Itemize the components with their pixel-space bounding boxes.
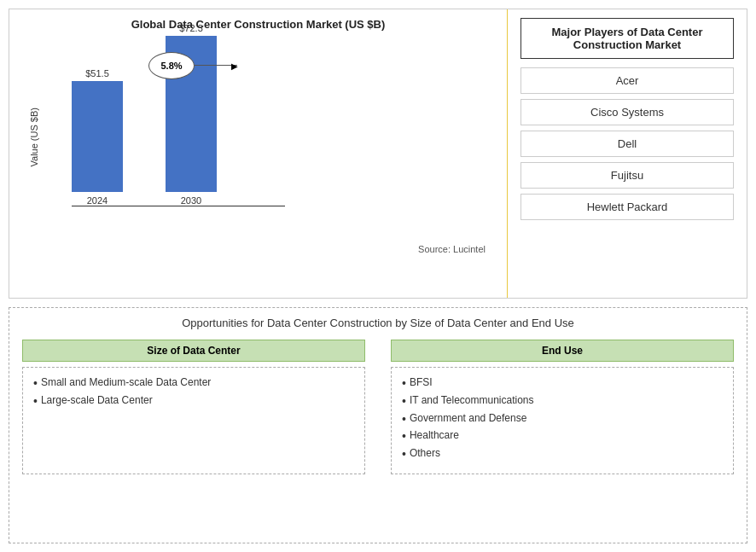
enduse-item-3: • Government and Defense [402, 412, 723, 427]
bar-2030-value: $72.3 [179, 23, 203, 33]
enduse-item-1: • BFSI [402, 376, 723, 391]
bullet-icon: • [402, 447, 406, 462]
players-title: Major Players of Data Center Constructio… [520, 18, 734, 59]
bottom-title: Opportunities for Data Center Constructi… [22, 317, 734, 329]
bar-2024: $51.5 2024 [72, 68, 123, 206]
bullet-icon: • [33, 376, 38, 391]
bar-2024-label: 2024 [87, 195, 108, 206]
player-cisco: Cisco Systems [520, 99, 734, 125]
chart-title: Global Data Center Construction Market (… [22, 18, 494, 31]
bottom-content: Size of Data Center • Small and Medium-s… [22, 340, 734, 474]
player-acer: Acer [520, 67, 734, 94]
y-axis-label: Value (US $B) [29, 107, 39, 167]
size-item-1: • Small and Medium-scale Data Center [33, 376, 354, 391]
player-dell: Dell [520, 131, 734, 157]
cagr-label: 5.8% [160, 61, 182, 71]
enduse-header: End Use [391, 340, 734, 362]
players-panel: Major Players of Data Center Constructio… [508, 9, 747, 298]
size-list-box: • Small and Medium-scale Data Center • L… [22, 367, 365, 474]
enduse-list-box: • BFSI • IT and Telecommunications • Gov… [391, 367, 734, 474]
bottom-section: Opportunities for Data Center Constructi… [9, 307, 747, 543]
enduse-item-2: • IT and Telecommunications [402, 394, 723, 409]
bullet-icon: • [402, 376, 406, 391]
bullet-icon: • [33, 394, 38, 409]
chart-panel: Global Data Center Construction Market (… [9, 9, 508, 298]
enduse-segment: End Use • BFSI • IT and Telecommunicatio… [391, 340, 734, 474]
x-axis-line [72, 206, 285, 206]
bar-2024-rect [72, 81, 123, 192]
bar-2030: $72.3 2030 [166, 23, 217, 206]
enduse-item-5: • Others [402, 447, 723, 462]
bullet-icon: • [402, 412, 406, 427]
cagr-arrow-line: ▶ [195, 65, 237, 66]
player-fujitsu: Fujitsu [520, 162, 734, 189]
size-item-2: • Large-scale Data Center [33, 394, 354, 409]
bar-2030-label: 2030 [181, 195, 201, 206]
cagr-annotation: 5.8% ▶ [148, 52, 195, 79]
top-section: Global Data Center Construction Market (… [9, 9, 747, 299]
source-text: Source: Lucintel [22, 244, 494, 254]
bar-2024-value: $51.5 [85, 68, 109, 78]
player-hewlett: Hewlett Packard [520, 194, 734, 220]
size-header: Size of Data Center [22, 340, 365, 362]
main-container: Global Data Center Construction Market (… [0, 0, 756, 552]
bullet-icon: • [402, 429, 406, 444]
size-segment: Size of Data Center • Small and Medium-s… [22, 340, 365, 474]
bullet-icon: • [402, 394, 406, 409]
cagr-bubble: 5.8% [148, 52, 195, 79]
enduse-item-4: • Healthcare [402, 429, 723, 444]
